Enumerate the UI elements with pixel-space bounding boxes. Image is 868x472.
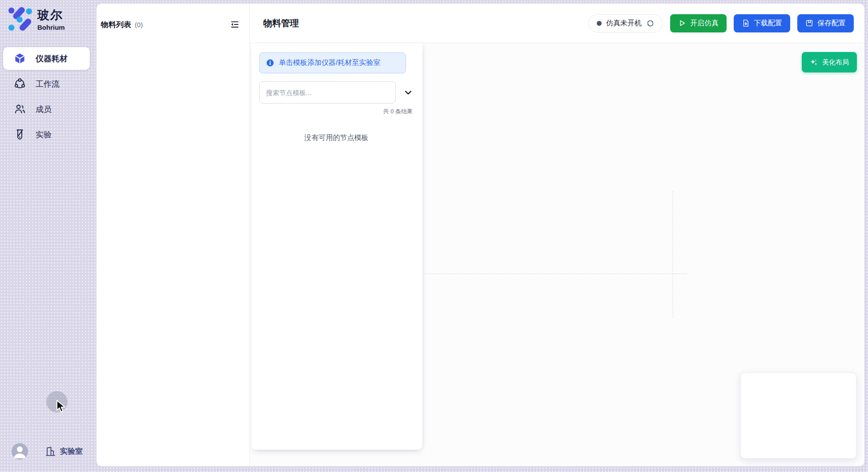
hint-text: 单击模板添加仪器/耗材至实验室: [279, 58, 380, 68]
sim-status-label: 仿真未开机: [606, 19, 642, 28]
sim-status-pill: 仿真未开机: [588, 14, 663, 32]
save-config-button[interactable]: 保存配置: [797, 14, 854, 32]
empty-state-text: 没有可用的节点模板: [259, 133, 414, 143]
workflow-icon: [14, 78, 26, 90]
user-avatar[interactable]: [12, 443, 28, 460]
sidebar-menu: 仪器耗材 工作流 成员: [3, 47, 90, 148]
main-content-card: 物料列表 (0) 物料管理 仿真未开机: [96, 4, 864, 466]
cube-icon: [14, 52, 26, 64]
building-icon: [45, 446, 56, 457]
info-icon: [266, 59, 274, 67]
file-download-icon: [742, 19, 750, 27]
menu-fold-icon: [230, 20, 240, 29]
materials-list-panel: 物料列表 (0): [96, 4, 250, 466]
brand-logo: 玻尔 Bohrium: [7, 6, 65, 32]
lab-entry[interactable]: 实验室: [45, 446, 83, 457]
workflow-canvas[interactable]: 单击模板添加仪器/耗材至实验室 共 0 条结果 没有可用的节点模板: [250, 43, 864, 466]
canvas-guideline-vertical: [672, 191, 673, 318]
collapse-panel-button[interactable]: [229, 19, 241, 30]
search-input[interactable]: [259, 81, 396, 104]
sidebar-item-experiment[interactable]: 实验: [3, 123, 90, 146]
brand-name-en: Bohrium: [37, 24, 65, 31]
bohrium-logo-icon: [7, 6, 33, 32]
minimap-panel[interactable]: [740, 372, 856, 459]
sparkles-icon: [810, 58, 818, 67]
beautify-layout-button[interactable]: 美化布局: [802, 52, 857, 72]
save-icon: [805, 19, 813, 27]
sidebar-item-workflow[interactable]: 工作流: [3, 72, 90, 95]
hint-banner: 单击模板添加仪器/耗材至实验室: [259, 52, 406, 73]
sidebar-item-label: 实验: [36, 129, 52, 140]
sidebar-item-label: 工作流: [36, 79, 60, 89]
refresh-icon[interactable]: [646, 19, 655, 28]
lab-label: 实验室: [60, 446, 83, 456]
experiment-icon: [14, 128, 26, 140]
sidebar-item-instruments[interactable]: 仪器耗材: [3, 47, 90, 70]
sidebar: 玻尔 Bohrium 仪器耗材 工作流: [0, 0, 96, 472]
sidebar-item-label: 仪器耗材: [36, 53, 68, 64]
result-count: 共 0 条结果: [259, 108, 414, 116]
sidebar-item-members[interactable]: 成员: [3, 98, 90, 120]
page-title: 物料管理: [263, 17, 299, 29]
sidebar-item-label: 成员: [36, 104, 52, 115]
brand-name-zh: 玻尔: [37, 7, 65, 23]
canvas-guideline-horizontal: [422, 273, 687, 274]
collapse-search-button[interactable]: [403, 87, 414, 98]
materials-list-count: (0): [135, 21, 143, 28]
page-header: 物料管理 仿真未开机 开启仿真: [250, 4, 864, 43]
materials-list-title: 物料列表: [101, 20, 131, 30]
status-dot: [597, 21, 602, 26]
node-template-panel: 单击模板添加仪器/耗材至实验室 共 0 条结果 没有可用的节点模板: [252, 43, 422, 450]
play-icon: [678, 19, 686, 27]
start-simulation-button[interactable]: 开启仿真: [670, 14, 727, 32]
download-config-button[interactable]: 下载配置: [734, 14, 790, 32]
members-icon: [14, 103, 26, 115]
chevron-down-icon: [404, 88, 413, 97]
